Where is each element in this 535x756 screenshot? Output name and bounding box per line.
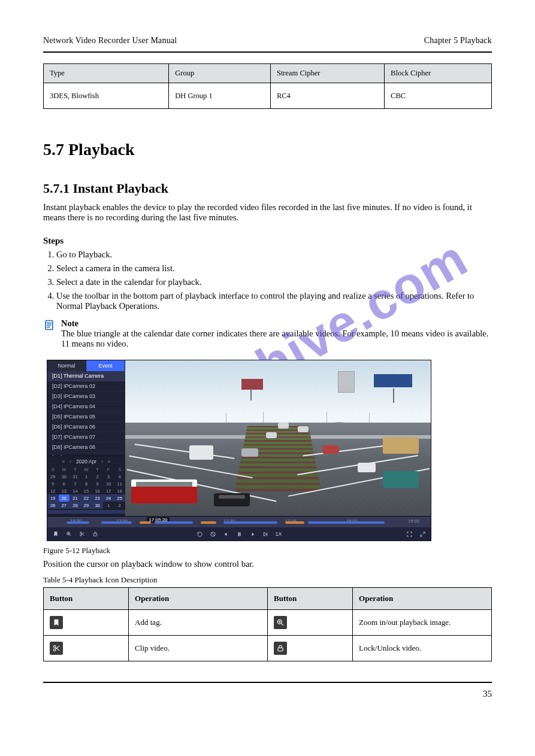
stop-icon[interactable] (209, 530, 216, 538)
calendar-day[interactable]: 28 (69, 502, 81, 509)
scene-car-distant (266, 432, 277, 438)
calendar-day[interactable]: 14 (69, 487, 81, 494)
calendar-day[interactable]: 7 (69, 480, 81, 487)
camera-item[interactable]: [D8] IPCamera 08 (47, 442, 125, 453)
note-text: The blue triangle at the calendar date c… (61, 329, 492, 349)
calendar-day[interactable]: 2 (114, 502, 125, 509)
note-title: Note (61, 318, 492, 329)
calendar-day[interactable]: 21 (69, 494, 81, 502)
calendar-day[interactable]: 22 (81, 494, 92, 502)
calendar-day[interactable]: 12 (47, 487, 59, 494)
camera-item[interactable]: [D2] IPCamera 02 (47, 381, 125, 391)
icon-cell (44, 636, 129, 661)
doc-title: Network Video Recorder User Manual (43, 36, 177, 45)
camera-item[interactable]: [D3] IPCamera 03 (47, 391, 125, 402)
calendar-day[interactable]: 30 (92, 502, 103, 509)
calendar-grid[interactable]: S M T W T F S 29 30 31 1 2 3 (47, 466, 125, 509)
loop-icon[interactable] (196, 530, 203, 538)
timeline-segment[interactable] (101, 521, 132, 524)
timeline-segment[interactable] (67, 521, 89, 524)
video-viewport[interactable] (125, 360, 431, 516)
lock-icon[interactable] (92, 530, 99, 538)
skip30-icon[interactable] (262, 530, 269, 538)
prev-icon[interactable] (222, 530, 229, 538)
tab-normal[interactable]: Normal (47, 360, 86, 371)
calendar-day[interactable]: 11 (114, 480, 125, 487)
calendar-day[interactable]: 2 (92, 473, 103, 480)
calendar-day[interactable]: 1 (103, 502, 114, 509)
camera-item[interactable]: [D6] IPCamera 06 (47, 422, 125, 432)
cipher-col-group: Group (169, 64, 271, 83)
camera-item-selected[interactable]: [D1] Thermal Camera (47, 371, 125, 381)
calendar-prev-year[interactable]: « (62, 459, 65, 464)
calendar-day[interactable]: 5 (47, 480, 59, 487)
timeline-segment[interactable] (308, 521, 385, 524)
calendar[interactable]: « ‹ 2020 Apr › » S M T W T F (47, 456, 125, 516)
timeline[interactable]: 17:05:20 16:30 17:00 17:30 17:45 18:00 1… (47, 516, 431, 527)
icons-table-caption: Table 5-4 Playback Icon Description (43, 575, 492, 585)
calendar-day[interactable]: 4 (114, 473, 125, 480)
calendar-day[interactable]: 6 (59, 480, 70, 487)
calendar-day[interactable]: 8 (81, 480, 92, 487)
lock-icon (274, 642, 287, 655)
scene-pole (250, 388, 252, 400)
calendar-availability-bars (47, 510, 125, 514)
calendar-day[interactable]: 18 (114, 487, 125, 494)
exit-icon[interactable] (419, 530, 426, 538)
camera-item[interactable]: [D5] IPCamera 05 (47, 412, 125, 422)
scene-truck-tan (383, 437, 419, 454)
calendar-day[interactable]: 10 (103, 480, 114, 487)
calendar-day[interactable]: 30 (59, 473, 70, 480)
calendar-day[interactable]: 9 (92, 480, 103, 487)
bookmark-icon (50, 616, 63, 629)
calendar-day[interactable]: 29 (47, 473, 59, 480)
fullscreen-icon[interactable] (406, 530, 413, 538)
zoom-icon[interactable] (65, 530, 72, 538)
clip-icon[interactable] (78, 530, 86, 538)
icon-cell (267, 636, 352, 661)
calendar-dow: T (92, 466, 103, 473)
camera-list[interactable]: [D1] Thermal Camera [D2] IPCamera 02 [D3… (47, 371, 125, 456)
calendar-day[interactable]: 1 (81, 473, 92, 480)
calendar-day[interactable]: 26 (47, 502, 59, 509)
scene-billboard-blue (374, 374, 412, 387)
calendar-dow: F (103, 466, 114, 473)
timeline-segment-event[interactable] (285, 521, 304, 524)
icon-cell (267, 610, 352, 636)
calendar-day[interactable]: 24 (103, 494, 114, 502)
calendar-day[interactable]: 23 (92, 494, 103, 502)
tab-event[interactable]: Event (86, 360, 125, 371)
timeline-tick: 19:00 (408, 518, 419, 524)
calendar-day-selected[interactable]: 20 (59, 494, 70, 502)
calendar-day[interactable]: 13 (59, 487, 70, 494)
calendar-day[interactable]: 16 (92, 487, 103, 494)
section-5-7-1-title: 5.7.1 Instant Playback (43, 181, 492, 196)
running-head: Network Video Recorder User Manual Chapt… (43, 36, 492, 45)
section-5-7-title: 5.7 Playback (43, 140, 492, 159)
camera-item[interactable]: [D4] IPCamera 04 (47, 402, 125, 412)
calendar-day[interactable]: 27 (59, 502, 70, 509)
calendar-next-year[interactable]: » (108, 459, 111, 464)
calendar-day[interactable]: 15 (81, 487, 92, 494)
sidebar: Normal Event [D1] Thermal Camera [D2] IP… (47, 360, 125, 516)
calendar-day[interactable]: 17 (103, 487, 114, 494)
section-5-7-1-desc: Instant playback enables the device to p… (43, 202, 492, 223)
calendar-prev-month[interactable]: ‹ (69, 459, 71, 464)
calendar-next-month[interactable]: › (101, 459, 103, 464)
timeline-segment[interactable] (155, 521, 193, 524)
bookmark-icon[interactable] (52, 530, 59, 538)
scene-car-red (322, 445, 339, 454)
calendar-day[interactable]: 25 (114, 494, 125, 502)
table-row: Button Operation Button Operation (44, 588, 492, 610)
timeline-segment-event[interactable] (140, 521, 151, 524)
next-icon[interactable] (249, 530, 256, 538)
camera-item[interactable]: [D7] IPCamera 07 (47, 432, 125, 442)
playback-controls: 1X (47, 527, 431, 541)
pause-icon[interactable] (235, 530, 243, 538)
calendar-day[interactable]: 19 (47, 494, 59, 502)
calendar-day[interactable]: 3 (103, 473, 114, 480)
calendar-day[interactable]: 29 (81, 502, 92, 509)
calendar-day[interactable]: 31 (69, 473, 81, 480)
timeline-segment[interactable] (223, 521, 277, 524)
timeline-segment-event[interactable] (201, 521, 216, 524)
